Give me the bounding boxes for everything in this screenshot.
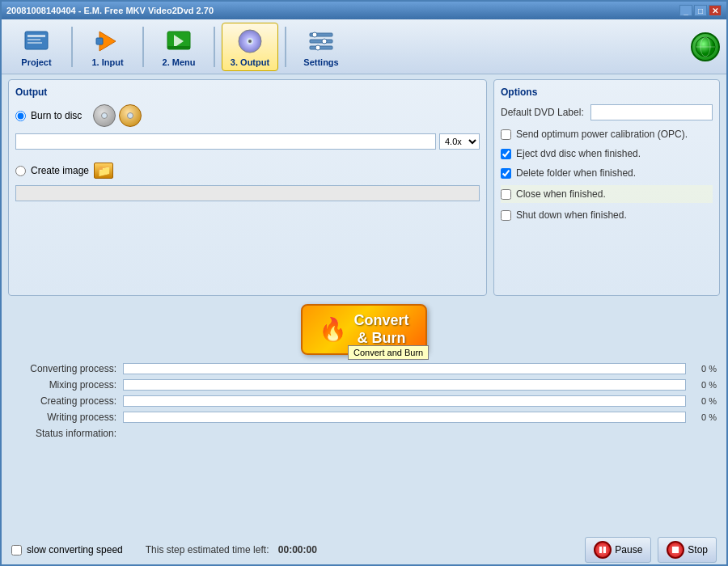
dvd-label-input[interactable]: My DVD (590, 104, 713, 120)
output-icon (235, 27, 265, 56)
status-label: Status information: (11, 428, 116, 439)
slow-speed-row: slow converting speed (11, 544, 123, 555)
convert-line1: Convert (353, 312, 408, 330)
disc-icon-2[interactable] (119, 104, 142, 127)
image-path-input[interactable]: D:\v2d\output\20081008140404\20081008140… (15, 185, 480, 201)
settings-icon (307, 27, 336, 56)
top-section: Output Burn to disc Product:<DVDRW SOHW-… (2, 74, 726, 301)
svg-rect-14 (310, 46, 332, 49)
opc-label[interactable]: Send optimum power calibration (OPC). (516, 129, 688, 140)
creating-label: Creating process: (11, 395, 116, 407)
mixing-bar (123, 379, 686, 391)
mixing-row: Mixing process: 0 % (11, 379, 717, 391)
image-radio[interactable] (15, 166, 26, 176)
project-icon (22, 27, 51, 56)
input-label: 1. Input (91, 57, 123, 67)
delete-row: Delete folder when finished. (501, 166, 713, 180)
status-row: Status information: (11, 428, 717, 439)
disc-icons (93, 104, 142, 127)
toolbar-divider-3 (214, 27, 215, 67)
opc-checkbox[interactable] (501, 129, 511, 140)
mixing-pct: 0 % (692, 380, 717, 390)
title-text: 20081008140404 - E.M. Free MKV Video2Dvd… (6, 6, 214, 15)
create-image-label[interactable]: Create image (31, 165, 89, 176)
project-label: Project (21, 57, 51, 67)
disc-inner-1 (101, 112, 108, 119)
converting-pct: 0 % (692, 364, 717, 374)
creating-row: Creating process: 0 % (11, 395, 717, 407)
shutdown-checkbox[interactable] (501, 210, 511, 221)
shutdown-label[interactable]: Shut down when finished. (516, 209, 627, 221)
writing-pct: 0 % (692, 412, 717, 422)
disc-inner-2 (127, 112, 133, 119)
shutdown-row: Shut down when finished. (501, 208, 713, 222)
time-label: This step estimated time left: (146, 544, 269, 555)
minimize-button[interactable]: _ (679, 5, 692, 16)
delete-label[interactable]: Delete folder when finished. (516, 167, 636, 179)
eject-row: Eject dvd disc when finished. (501, 146, 713, 161)
converting-bar (123, 363, 686, 374)
svg-point-17 (315, 45, 320, 50)
slow-speed-checkbox[interactable] (11, 545, 22, 555)
close-finished-label[interactable]: Close when finished. (516, 188, 606, 200)
output-panel: Output Burn to disc Product:<DVDRW SOHW-… (8, 79, 487, 296)
stop-label: Stop (688, 544, 708, 555)
opc-row: Send optimum power calibration (OPC). (501, 127, 713, 142)
menu-label: 2. Menu (163, 57, 196, 67)
writing-label: Writing process: (11, 412, 116, 423)
bottom-controls: slow converting speed This step estimate… (2, 532, 726, 566)
pause-button[interactable]: Pause (585, 537, 651, 563)
mixing-label: Mixing process: (11, 379, 116, 391)
svg-point-15 (312, 32, 317, 37)
toolbar-project[interactable]: Project (8, 23, 65, 70)
settings-label: Settings (303, 57, 338, 67)
slow-speed-label[interactable]: slow converting speed (27, 544, 123, 555)
convert-text: Convert & Burn (353, 312, 408, 347)
delete-checkbox[interactable] (501, 168, 511, 179)
dvd-label-text: Default DVD Label: (501, 107, 584, 118)
time-value: 00:00:00 (278, 544, 317, 555)
image-path-row: D:\v2d\output\20081008140404\20081008140… (15, 185, 480, 201)
eject-label[interactable]: Eject dvd disc when finished. (516, 148, 641, 159)
burn-to-disc-row: Burn to disc (15, 104, 480, 127)
toolbar-input[interactable]: 1. Input (79, 23, 136, 70)
toolbar: Project 1. Input 2. Menu (2, 19, 726, 74)
svg-rect-5 (96, 38, 103, 44)
writing-bar (123, 412, 686, 423)
burn-label[interactable]: Burn to disc (31, 110, 82, 121)
menu-icon (164, 27, 193, 56)
device-input[interactable]: Product:<DVDRW SOHW-1673S> Vendor:<LITE-… (15, 133, 436, 150)
convert-line2: & Burn (353, 330, 408, 348)
svg-point-11 (248, 40, 252, 43)
toolbar-divider-2 (142, 27, 144, 67)
maximize-button[interactable]: □ (694, 5, 707, 16)
toolbar-settings[interactable]: Settings (293, 23, 349, 70)
speed-select[interactable]: 4.0x (439, 133, 480, 150)
input-icon (93, 27, 122, 56)
toolbar-divider-1 (71, 27, 73, 67)
disc-icon-1[interactable] (93, 104, 116, 127)
svg-rect-8 (167, 46, 190, 49)
output-panel-title: Output (15, 87, 480, 98)
close-checkbox[interactable] (501, 189, 511, 200)
burn-radio[interactable] (15, 111, 26, 121)
options-panel: Options Default DVD Label: My DVD Send o… (493, 79, 720, 296)
svg-rect-23 (672, 547, 679, 553)
time-info: This step estimated time left: 00:00:00 (146, 544, 317, 555)
svg-rect-13 (310, 40, 332, 43)
close-button[interactable]: ✕ (709, 5, 722, 16)
convert-area: 🔥 Convert & Burn Convert and Burn (2, 301, 726, 358)
toolbar-menu[interactable]: 2. Menu (150, 23, 207, 70)
pause-icon (594, 541, 612, 559)
writing-row: Writing process: 0 % (11, 412, 717, 423)
stop-icon (667, 541, 684, 559)
svg-rect-21 (599, 547, 602, 553)
eject-checkbox[interactable] (501, 149, 511, 159)
stop-button[interactable]: Stop (658, 537, 717, 563)
toolbar-output[interactable]: 3. Output (222, 23, 278, 71)
folder-icon[interactable]: 📁 (94, 163, 113, 179)
svg-rect-3 (28, 42, 42, 44)
svg-point-16 (322, 39, 327, 44)
dvd-label-row: Default DVD Label: My DVD (501, 104, 713, 120)
progress-section: Converting process: 0 % Mixing process: … (2, 358, 726, 532)
